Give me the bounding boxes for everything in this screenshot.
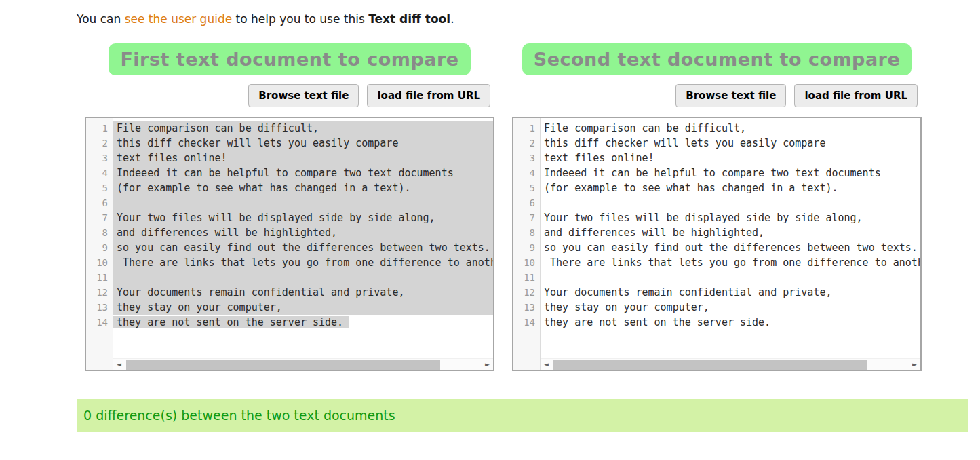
- scroll-right-arrow-icon[interactable]: ►: [482, 359, 493, 370]
- editor-lines: File comparison can be difficult,this di…: [541, 118, 920, 330]
- editor-line: There are links that lets you go from on…: [113, 255, 493, 270]
- editor-line: Indeeed it can be helpful to compare two…: [113, 166, 493, 180]
- line-number: 13: [86, 300, 113, 315]
- line-number: 12: [513, 285, 540, 300]
- editor-line: they are not sent on the server side.: [541, 315, 920, 330]
- editor-line: (for example to see what has changed in …: [541, 180, 920, 195]
- second-panel-buttons: Browse text file load file from URL: [675, 84, 918, 107]
- load-file-from-url-button[interactable]: load file from URL: [367, 84, 490, 107]
- editor-line: this diff checker will lets you easily c…: [541, 136, 920, 151]
- tool-name: Text diff tool: [368, 12, 450, 26]
- scroll-right-arrow-icon[interactable]: ►: [909, 359, 920, 370]
- first-text-editor[interactable]: 1234567891011121314 File comparison can …: [85, 117, 494, 371]
- diff-status-bar: 0 difference(s) between the two text doc…: [77, 399, 968, 432]
- editor-line: this diff checker will lets you easily c…: [113, 136, 493, 151]
- editor-line: There are links that lets you go from on…: [541, 255, 920, 270]
- editor-line: and differences will be highlighted,: [113, 225, 493, 240]
- editor-line: [113, 195, 493, 210]
- editor-line: File comparison can be difficult,: [541, 121, 920, 136]
- line-number: 11: [513, 270, 540, 285]
- line-number: 13: [513, 300, 540, 315]
- line-number: 4: [513, 166, 540, 180]
- editor-line: Your documents remain confidential and p…: [113, 285, 493, 300]
- editor-line: [541, 195, 920, 210]
- second-text-editor[interactable]: 1234567891011121314 File comparison can …: [512, 117, 922, 371]
- scrollbar-track[interactable]: [125, 359, 482, 370]
- editor-line: so you can easily find out the differenc…: [541, 240, 920, 255]
- line-number: 9: [86, 240, 113, 255]
- line-number: 3: [513, 151, 540, 166]
- editor-line: text files online!: [113, 151, 493, 166]
- first-panel-header-wrap: First text document to compare: [85, 43, 494, 75]
- editor-line: text files online!: [541, 151, 920, 166]
- line-number: 1: [513, 121, 540, 136]
- line-number-gutter: 1234567891011121314: [86, 118, 113, 370]
- text-diff-page: You can see the user guide to help you t…: [0, 0, 980, 460]
- horizontal-scrollbar[interactable]: ◄ ►: [541, 358, 920, 370]
- line-number: 12: [86, 285, 113, 300]
- line-number: 8: [513, 225, 540, 240]
- horizontal-scrollbar[interactable]: ◄ ►: [113, 358, 493, 370]
- intro-suffix: .: [450, 12, 454, 26]
- second-document-panel: Second text document to compare Browse t…: [512, 43, 922, 371]
- editor-line: so you can easily find out the differenc…: [113, 240, 493, 255]
- line-number: 5: [513, 180, 540, 195]
- scroll-left-arrow-icon[interactable]: ◄: [541, 359, 552, 370]
- editor-lines: File comparison can be difficult,this di…: [113, 118, 493, 330]
- editor-content[interactable]: File comparison can be difficult,this di…: [113, 118, 493, 370]
- editor-line: [113, 270, 493, 285]
- line-number: 9: [513, 240, 540, 255]
- browse-text-file-button[interactable]: Browse text file: [675, 84, 786, 107]
- load-file-from-url-button[interactable]: load file from URL: [794, 84, 918, 107]
- second-panel-title: Second text document to compare: [522, 43, 912, 75]
- editor-line: Your two files will be displayed side by…: [113, 210, 493, 225]
- line-number: 6: [86, 195, 113, 210]
- intro-text: You can see the user guide to help you t…: [77, 12, 454, 26]
- line-number: 2: [513, 136, 540, 151]
- editor-line: they stay on your computer,: [541, 300, 920, 315]
- line-number: 3: [86, 151, 113, 166]
- line-number: 11: [86, 270, 113, 285]
- line-number: 10: [86, 255, 113, 270]
- line-number: 1: [86, 121, 113, 136]
- line-number: 7: [86, 210, 113, 225]
- line-number: 10: [513, 255, 540, 270]
- editor-line: they are not sent on the server side.: [113, 315, 493, 330]
- first-panel-title: First text document to compare: [109, 43, 470, 75]
- scrollbar-thumb[interactable]: [126, 360, 440, 370]
- line-number: 8: [86, 225, 113, 240]
- editor-line: they stay on your computer,: [113, 300, 493, 315]
- line-number-gutter: 1234567891011121314: [513, 118, 541, 370]
- line-number: 4: [86, 166, 113, 180]
- intro-middle: to help you to use this: [232, 12, 368, 26]
- second-panel-header-wrap: Second text document to compare: [512, 43, 922, 75]
- line-number: 5: [86, 180, 113, 195]
- first-panel-buttons: Browse text file load file from URL: [248, 84, 490, 107]
- line-number: 14: [513, 315, 540, 330]
- editor-line: and differences will be highlighted,: [541, 225, 920, 240]
- line-number: 6: [513, 195, 540, 210]
- browse-text-file-button[interactable]: Browse text file: [248, 84, 359, 107]
- line-number: 7: [513, 210, 540, 225]
- editor-line: Indeeed it can be helpful to compare two…: [541, 166, 920, 180]
- first-document-panel: First text document to compare Browse te…: [85, 43, 494, 371]
- selected-text: they are not sent on the server side.: [113, 316, 349, 328]
- user-guide-link[interactable]: see the user guide: [125, 12, 233, 26]
- line-number: 2: [86, 136, 113, 151]
- scrollbar-track[interactable]: [552, 359, 909, 370]
- editor-content[interactable]: File comparison can be difficult,this di…: [541, 118, 920, 370]
- editor-line: Your two files will be displayed side by…: [541, 210, 920, 225]
- scrollbar-thumb[interactable]: [553, 360, 867, 370]
- editor-line: Your documents remain confidential and p…: [541, 285, 920, 300]
- editor-line: [541, 270, 920, 285]
- line-number: 14: [86, 315, 113, 330]
- scroll-left-arrow-icon[interactable]: ◄: [113, 359, 125, 370]
- editor-line: File comparison can be difficult,: [113, 121, 493, 136]
- intro-prefix: You can: [77, 12, 125, 26]
- editor-line: (for example to see what has changed in …: [113, 180, 493, 195]
